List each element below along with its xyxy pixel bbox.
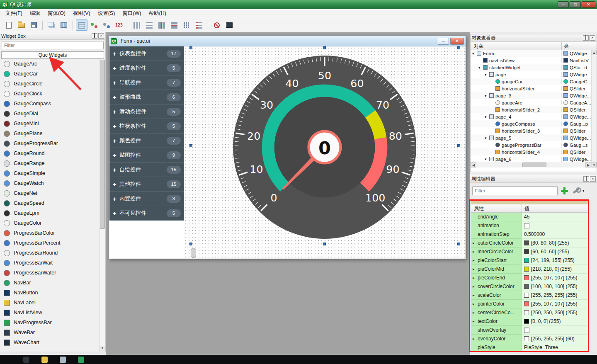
widget-list-item[interactable]: NavLabel <box>0 298 99 308</box>
nav-item[interactable]: +不可见控件5 <box>109 206 184 221</box>
new-form-button[interactable] <box>3 19 15 31</box>
property-value-cell[interactable]: [250, 250, 250] (255) <box>522 308 588 317</box>
layout-grid-button[interactable] <box>181 19 192 31</box>
object-tree-vscrollbar[interactable]: ▲ ▼ <box>591 50 597 167</box>
save-form-button[interactable] <box>28 19 39 31</box>
layout-vertical-button[interactable] <box>143 19 155 31</box>
form-close-button[interactable]: ✕ <box>450 38 464 45</box>
adjust-size-button[interactable] <box>223 19 235 31</box>
expand-arrow-icon[interactable]: ▸ <box>473 284 478 289</box>
object-row[interactable]: gaugeArcGaugeA... <box>471 99 591 106</box>
property-value-cell[interactable]: [255, 255, 255] (255) <box>522 291 588 300</box>
taskbar-app-4-icon[interactable] <box>78 356 85 363</box>
chevron-down-icon[interactable]: ▾ <box>582 189 585 193</box>
selection-handle[interactable] <box>323 46 326 49</box>
widget-list-item[interactable]: GaugeSpeed <box>0 198 99 208</box>
close-button[interactable]: ✕ <box>582 1 595 8</box>
edit-buddies-button[interactable] <box>101 19 112 31</box>
selection-handle[interactable] <box>457 144 460 147</box>
nav-item[interactable]: +进度条控件5 <box>109 61 184 75</box>
open-form-button[interactable] <box>15 19 27 31</box>
gauge-arc-widget[interactable]: 01020304050607080901000 <box>227 50 422 245</box>
expand-arrow-icon[interactable]: ▸ <box>473 319 478 323</box>
property-row[interactable]: animationStep0.500000 <box>471 230 588 239</box>
widget-list-item[interactable]: NavButton <box>0 288 99 298</box>
horizontal-slider-widget[interactable] <box>191 248 196 258</box>
close-panel-button[interactable]: × <box>590 35 595 41</box>
selection-handle[interactable] <box>457 46 460 49</box>
selection-handle[interactable] <box>189 243 192 245</box>
minimize-button[interactable]: – <box>558 1 569 8</box>
property-row[interactable]: endAngle45 <box>471 213 588 221</box>
property-value-cell[interactable]: [60, 60, 60] (255) <box>522 248 588 256</box>
scroll-right-arrow-icon[interactable]: ▶ <box>585 162 591 167</box>
expand-arrow-icon[interactable]: ▾ <box>485 115 489 119</box>
object-row[interactable]: ▾page_5QWidge... <box>471 134 591 141</box>
expand-arrow-icon[interactable]: ▸ <box>473 337 478 341</box>
object-row[interactable]: horizontalSliderQSlider <box>471 85 591 92</box>
object-row[interactable]: ▾page_3QWidge... <box>471 92 591 99</box>
expand-arrow-icon[interactable]: ▸ <box>473 302 478 306</box>
expand-arrow-icon[interactable]: ▾ <box>478 66 483 70</box>
taskbar-app-2-icon[interactable] <box>41 356 48 363</box>
layout-horizontal-button[interactable] <box>131 19 143 31</box>
column-property[interactable]: 属性 <box>471 204 522 212</box>
scrollbar-thumb[interactable] <box>100 60 105 229</box>
property-value-cell[interactable]: 45 <box>522 213 588 221</box>
widget-list-item[interactable]: GaugeCar <box>0 69 99 79</box>
property-value-cell[interactable]: [24, 189, 155] (255) <box>522 256 588 265</box>
property-row[interactable]: ▸overlayColor[255, 255, 255] (60) <box>471 335 588 343</box>
scroll-left-arrow-icon[interactable]: ◀ <box>471 162 476 167</box>
expand-arrow-icon[interactable]: ▸ <box>473 267 478 271</box>
nav-item[interactable]: +贴图控件9 <box>109 148 184 163</box>
add-dynamic-property-icon[interactable] <box>560 187 568 195</box>
property-value-cell[interactable] <box>522 221 588 230</box>
scroll-up-arrow-icon[interactable]: ▲ <box>592 50 597 55</box>
widget-list-item[interactable]: GaugeProgressBar <box>0 138 99 148</box>
os-taskbar[interactable] <box>0 355 597 364</box>
menu-item[interactable]: 编辑 <box>26 9 44 18</box>
widget-filter-input[interactable] <box>2 41 104 49</box>
property-row[interactable]: ▸outerCircleColor[80, 80, 80] (255) <box>471 239 588 248</box>
menu-item[interactable]: 文件(F) <box>2 9 26 18</box>
widget-list-item[interactable]: GaugeNet <box>0 188 99 198</box>
taskbar-app-1-icon[interactable] <box>23 356 30 363</box>
widget-list-item[interactable]: GaugeRange <box>0 158 99 168</box>
widget-list-item[interactable]: GaugeLpm <box>0 208 99 218</box>
float-panel-button[interactable] <box>583 176 589 182</box>
column-class[interactable]: 类 <box>561 42 597 50</box>
property-value-cell[interactable]: [80, 80, 80] (255) <box>522 239 588 248</box>
object-row[interactable]: horizontalSlider_3QSlider <box>471 127 591 134</box>
property-value-cell[interactable]: [255, 255, 255] (60) <box>522 335 588 343</box>
scroll-down-arrow-icon[interactable]: ▼ <box>100 346 105 352</box>
close-panel-button[interactable]: × <box>98 33 104 39</box>
object-row[interactable]: gaugeProgressBarGaug...s <box>471 141 591 148</box>
nav-item[interactable]: +滑动条控件5 <box>109 104 184 119</box>
selection-handle[interactable] <box>189 46 192 49</box>
widget-list-item[interactable]: GaugeColor <box>0 218 99 228</box>
configure-property-icon[interactable] <box>571 187 581 195</box>
object-row[interactable]: navListViewNavListV... <box>471 57 591 64</box>
expand-arrow-icon[interactable]: ▾ <box>485 157 489 161</box>
object-row[interactable]: ▾pageQWidge... <box>471 71 591 78</box>
widget-list-item[interactable]: GaugeRound <box>0 148 99 158</box>
property-value-cell[interactable]: 0.500000 <box>522 230 588 239</box>
menu-item[interactable]: 视图(V) <box>69 9 94 18</box>
checkbox[interactable] <box>524 328 529 333</box>
checkbox[interactable] <box>524 223 529 228</box>
nav-item[interactable]: +仪表盘控件17 <box>109 46 184 61</box>
expand-arrow-icon[interactable]: ▾ <box>472 51 477 56</box>
form-title-bar[interactable]: Qt Form - quc.ui – ✕ <box>109 36 466 46</box>
widget-group-header[interactable]: Quc Widgets <box>1 51 104 59</box>
widget-list-item[interactable]: GaugeMini <box>0 119 99 129</box>
menu-item[interactable]: 帮助(H) <box>145 9 170 18</box>
expand-arrow-icon[interactable]: ▾ <box>485 136 489 140</box>
expand-arrow-icon[interactable]: ▸ <box>473 293 478 297</box>
form-minimize-button[interactable]: – <box>438 38 449 45</box>
cascade-windows-button[interactable] <box>46 19 57 31</box>
property-value-cell[interactable]: [255, 107, 107] (255) <box>522 300 588 308</box>
property-value-cell[interactable]: [255, 107, 107] (255) <box>522 274 588 282</box>
expand-arrow-icon[interactable]: ▸ <box>473 241 478 245</box>
float-panel-button[interactable] <box>92 33 97 39</box>
layout-form-button[interactable] <box>193 19 205 31</box>
